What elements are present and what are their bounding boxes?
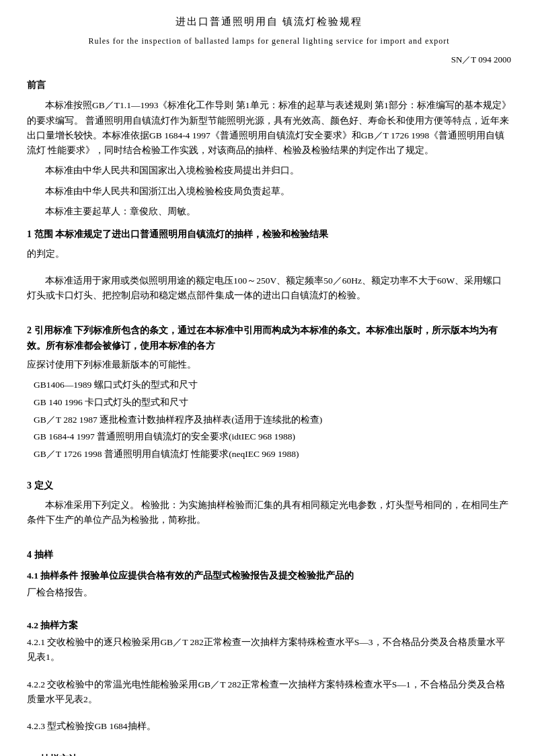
foreword-para-2: 本标准由中华人民共和国国家出入境检验检疫局提出并归口。 xyxy=(27,163,511,178)
section422-heading: 4.2.2 交收检验中的常温光电性能检验采用GB／T 282正常检查一次抽样方案… xyxy=(27,677,511,708)
section423-heading: 4.2.3 型式检验按GB 1684抽样。 xyxy=(27,719,511,734)
section3-heading: 3 定义 xyxy=(27,478,511,493)
document-title: 进出口普通照明用自 镇流灯检验规程 xyxy=(27,13,511,30)
section42-heading: 4.2 抽样方案 xyxy=(27,618,511,633)
section2-heading: 2 引用标准 下列标准所包含的条文，通过在本标准中引用而构成为本标准的条文。本标… xyxy=(27,323,511,353)
section4-heading: 4 抽样 xyxy=(27,548,511,562)
gb-item-1: GB 140 1996 卡口式灯头的型式和尺寸 xyxy=(27,395,511,410)
section41-heading: 4.1 抽样条件 报验单位应提供合格有效的产品型式检验报告及提交检验批产品的 xyxy=(27,569,511,583)
section1-content-1: 本标准适用于家用或类似照明用途的额定电压100～250V、额定频率50／60Hz… xyxy=(27,274,511,304)
sn-number: SN／T 094 2000 xyxy=(27,53,511,67)
foreword-para-4: 本标准主要起草人：章俊欣、周敏。 xyxy=(27,204,511,219)
foreword-label: 前言 xyxy=(27,78,511,93)
foreword-para-3: 本标准由中华人民共和国浙江出入境检验检疫局负责起草。 xyxy=(27,184,511,199)
section2-content-0: 应探讨使用下列标准最新版本的可能性。 xyxy=(27,358,511,372)
gb-item-4: GB／T 1726 1998 普通照明用自镇流灯 性能要求(neqIEC 969… xyxy=(27,447,511,462)
title-chinese: 进出口普通照明用自 镇流灯检验规程 xyxy=(27,13,511,30)
gb-item-3: GB 1684-4 1997 普通照明用自镇流灯的安全要求(idtIEC 968… xyxy=(27,429,511,444)
section421-heading: 4.2.1 交收检验中的逐只检验采用GB／T 282正常检查一次抽样方案特殊检查… xyxy=(27,635,511,665)
foreword-para-1: 本标准按照GB／T1.1—1993《标准化工作导则 第1单元：标准的起草与表述规… xyxy=(27,98,511,158)
section1-heading: 1 范围 本标准规定了进出口普通照明用自镇流灯的抽样，检验和检验结果 xyxy=(27,227,511,242)
gb-item-0: GB1406—1989 螺口式灯头的型式和尺寸 xyxy=(27,378,511,392)
section1-content-0: 的判定。 xyxy=(27,247,511,261)
gb-item-2: GB／T 282 1987 逐批检查计数抽样程序及抽样表(适用于连续批的检查) xyxy=(27,413,511,427)
title-english: Rules for the inspection of ballasted la… xyxy=(27,35,511,48)
section3-content-0: 本标准采用下列定义。 检验批：为实施抽样检验而汇集的具有相同额定光电参数，灯头型… xyxy=(27,498,511,528)
section43-heading: 4.3 抽样方法 xyxy=(27,752,511,756)
title-english-container: Rules for the inspection of ballasted la… xyxy=(27,35,511,48)
section41-content-0: 厂检合格报告。 xyxy=(27,585,511,600)
